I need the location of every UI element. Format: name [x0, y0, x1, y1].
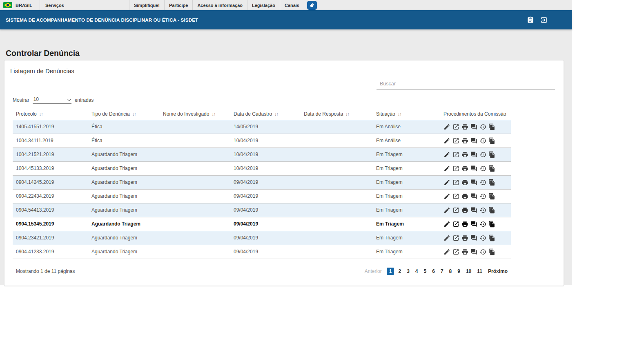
cell-situacao: Em Triagem [373, 231, 443, 245]
history-icon[interactable] [479, 248, 486, 255]
gov-link-simplifique[interactable]: Simplifique! [129, 0, 164, 10]
print-icon[interactable] [461, 151, 468, 158]
print-icon[interactable] [461, 235, 468, 241]
pagination-page-9[interactable]: 9 [456, 268, 462, 275]
open-in-new-icon[interactable] [452, 179, 459, 186]
vlibras-accessibility-icon[interactable] [307, 1, 317, 10]
edit-icon[interactable] [443, 165, 450, 172]
entries-select[interactable]: 10 [33, 96, 71, 104]
print-icon[interactable] [461, 221, 468, 228]
copy-icon[interactable] [488, 193, 495, 200]
search-input[interactable] [377, 79, 555, 89]
edit-icon[interactable] [443, 248, 450, 255]
chat-icon[interactable] [470, 137, 477, 144]
history-icon[interactable] [479, 207, 486, 214]
sort-icon: ↓↑ [212, 112, 215, 116]
cell-cadastro: 09/04/2019 [230, 245, 301, 259]
edit-icon[interactable] [443, 193, 450, 200]
print-icon[interactable] [461, 193, 468, 200]
open-in-new-icon[interactable] [452, 151, 459, 158]
edit-icon[interactable] [443, 123, 450, 130]
edit-icon[interactable] [443, 221, 450, 228]
col-data-cadastro[interactable]: Data de Cadastro↓↑ [230, 108, 301, 120]
app-page: BRASIL Serviços Simplifique! Participe A… [0, 0, 572, 285]
history-icon[interactable] [479, 137, 486, 144]
print-icon[interactable] [461, 165, 468, 172]
print-icon[interactable] [461, 123, 468, 130]
gov-link-acesso-informacao[interactable]: Acesso à informação [192, 0, 247, 10]
chat-icon[interactable] [470, 193, 477, 200]
chat-icon[interactable] [470, 248, 477, 255]
copy-icon[interactable] [488, 221, 495, 228]
copy-icon[interactable] [488, 137, 495, 144]
open-in-new-icon[interactable] [452, 235, 459, 241]
copy-icon[interactable] [488, 179, 495, 186]
col-data-resposta[interactable]: Data de Resposta↓↑ [301, 108, 373, 120]
open-in-new-icon[interactable] [452, 207, 459, 214]
open-in-new-icon[interactable] [452, 123, 459, 130]
gov-link-canais[interactable]: Canais [280, 0, 304, 10]
history-icon[interactable] [479, 179, 486, 186]
open-in-new-icon[interactable] [452, 221, 459, 228]
col-tipo-denuncia[interactable]: Tipo de Denúncia↓↑ [88, 108, 160, 120]
chat-icon[interactable] [470, 207, 477, 214]
pagination-page-5[interactable]: 5 [422, 268, 428, 275]
copy-icon[interactable] [488, 165, 495, 172]
edit-icon[interactable] [443, 151, 450, 158]
edit-icon[interactable] [443, 179, 450, 186]
pagination-page-3[interactable]: 3 [405, 268, 411, 275]
pagination-page-8[interactable]: 8 [448, 268, 454, 275]
chat-icon[interactable] [470, 165, 477, 172]
history-icon[interactable] [479, 123, 486, 130]
copy-icon[interactable] [488, 123, 495, 130]
print-icon[interactable] [461, 207, 468, 214]
chat-icon[interactable] [470, 235, 477, 241]
edit-icon[interactable] [443, 235, 450, 241]
pagination-next[interactable]: Próximo [488, 268, 508, 274]
print-icon[interactable] [461, 137, 468, 144]
logout-icon[interactable] [540, 16, 548, 24]
gov-link-participe[interactable]: Participe [164, 0, 192, 10]
print-icon[interactable] [461, 179, 468, 186]
open-in-new-icon[interactable] [452, 165, 459, 172]
chat-icon[interactable] [470, 221, 477, 228]
pagination-page-6[interactable]: 6 [430, 268, 437, 275]
cell-cadastro: 14/05/2019 [230, 120, 301, 134]
pagination-page-2[interactable]: 2 [397, 268, 403, 275]
pagination-page-7[interactable]: 7 [439, 268, 445, 275]
col-nome-investigado[interactable]: Nome do Investigado↓↑ [160, 108, 230, 120]
col-situacao[interactable]: Situação↓↑ [373, 108, 443, 120]
assignment-icon[interactable] [527, 16, 534, 24]
edit-icon[interactable] [443, 207, 450, 214]
pagination-page-4[interactable]: 4 [414, 268, 420, 275]
copy-icon[interactable] [488, 207, 495, 214]
copy-icon[interactable] [488, 248, 495, 255]
table-row: 0904.54413.2019 Aguardando Triagem 09/04… [13, 203, 511, 217]
copy-icon[interactable] [488, 151, 495, 158]
gov-brand-link[interactable]: BRASIL [0, 0, 40, 10]
actions-cell [443, 217, 511, 231]
history-icon[interactable] [479, 221, 486, 228]
history-icon[interactable] [479, 193, 486, 200]
chat-icon[interactable] [470, 151, 477, 158]
open-in-new-icon[interactable] [452, 248, 459, 255]
history-icon[interactable] [479, 235, 486, 241]
print-icon[interactable] [461, 248, 468, 255]
pagination-page-10[interactable]: 10 [464, 268, 473, 275]
open-in-new-icon[interactable] [452, 137, 459, 144]
copy-icon[interactable] [488, 235, 495, 241]
chat-icon[interactable] [470, 123, 477, 130]
cell-tipo: Ética [88, 134, 160, 147]
pagination-previous[interactable]: Anterior [365, 268, 382, 274]
gov-link-legislacao[interactable]: Legislação [247, 0, 280, 10]
pagination-page-1[interactable]: 1 [387, 268, 394, 275]
col-protocolo[interactable]: Protocolo↓↑ [13, 108, 88, 120]
pagination-page-11[interactable]: 11 [475, 268, 484, 275]
open-in-new-icon[interactable] [452, 193, 459, 200]
gov-link-servicos[interactable]: Serviços [40, 0, 129, 10]
history-icon[interactable] [479, 151, 486, 158]
history-icon[interactable] [479, 165, 486, 172]
edit-icon[interactable] [443, 137, 450, 144]
actions-cell [443, 134, 511, 147]
chat-icon[interactable] [470, 179, 477, 186]
